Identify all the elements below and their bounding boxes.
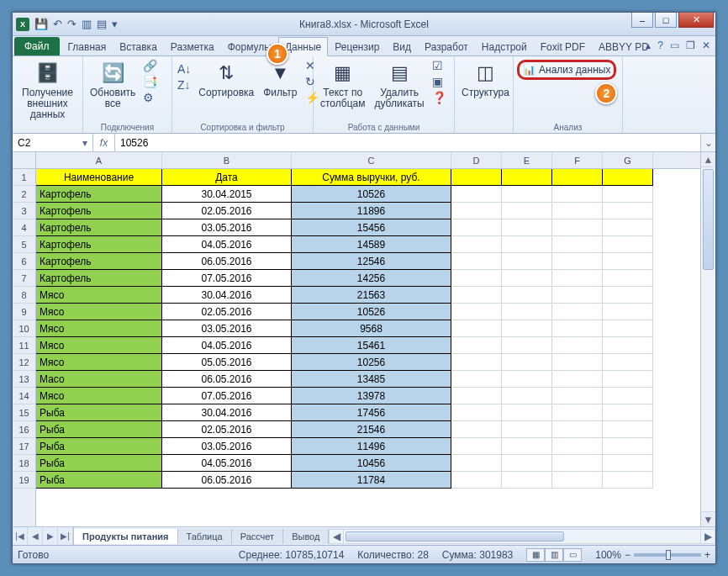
cell[interactable] xyxy=(451,304,502,320)
cell[interactable] xyxy=(552,219,603,236)
cell[interactable] xyxy=(603,455,653,472)
scroll-down-icon[interactable]: ▼ xyxy=(701,511,715,526)
row-header-3[interactable]: 3 xyxy=(13,203,35,219)
cell[interactable]: 06.05.2016 xyxy=(162,371,292,388)
cell[interactable] xyxy=(502,219,552,236)
col-header-E[interactable]: E xyxy=(502,152,552,168)
cell[interactable] xyxy=(451,404,502,421)
row-header-9[interactable]: 9 xyxy=(13,304,35,320)
ribbon-tab-0[interactable]: Главная xyxy=(61,37,113,55)
select-all[interactable] xyxy=(13,152,35,169)
cell[interactable]: Картофель xyxy=(36,236,162,253)
cell[interactable]: 05.05.2016 xyxy=(162,354,292,371)
row-header-14[interactable]: 14 xyxy=(13,388,35,404)
cell[interactable]: Рыба xyxy=(36,472,162,489)
cell[interactable] xyxy=(552,287,603,304)
cell[interactable]: 12546 xyxy=(292,253,451,270)
ribbon-collapse-icon[interactable]: ▴ xyxy=(646,40,651,51)
cell[interactable] xyxy=(603,404,653,421)
cell[interactable] xyxy=(603,354,653,371)
cell[interactable] xyxy=(451,472,502,489)
cell[interactable]: Рыба xyxy=(36,438,162,455)
cell[interactable]: 11784 xyxy=(292,472,451,489)
prev-sheet-icon[interactable]: ◀ xyxy=(28,527,43,546)
cell[interactable]: 04.05.2016 xyxy=(162,455,292,472)
help-icon[interactable]: ? xyxy=(657,40,663,51)
fx-button[interactable]: fx xyxy=(93,134,115,151)
cell[interactable] xyxy=(502,186,552,203)
cell[interactable]: Картофель xyxy=(36,186,162,203)
cell[interactable]: 07.05.2016 xyxy=(162,270,292,287)
cell[interactable]: 9568 xyxy=(292,320,451,337)
cell[interactable]: 03.05.2016 xyxy=(162,438,292,455)
header-cell[interactable]: Наименование xyxy=(36,169,162,186)
cell[interactable] xyxy=(552,388,603,404)
cell[interactable]: 21546 xyxy=(292,421,451,438)
cell[interactable]: 13485 xyxy=(292,371,451,388)
cell[interactable]: 03.05.2016 xyxy=(162,320,292,337)
cell[interactable]: 10526 xyxy=(292,186,451,203)
cell[interactable]: Мясо xyxy=(36,354,162,371)
cell[interactable]: 13978 xyxy=(292,388,451,404)
cell[interactable]: 11896 xyxy=(292,203,451,219)
cell[interactable]: Мясо xyxy=(36,337,162,354)
cell[interactable]: 17456 xyxy=(292,404,451,421)
cell[interactable] xyxy=(552,304,603,320)
row-header-10[interactable]: 10 xyxy=(13,320,35,337)
close-button[interactable]: ✕ xyxy=(678,13,714,28)
cell[interactable] xyxy=(451,253,502,270)
cell[interactable] xyxy=(603,472,653,489)
header-cell[interactable]: Сумма выручки, руб. xyxy=(292,169,451,186)
cell[interactable] xyxy=(552,438,603,455)
cell[interactable] xyxy=(502,388,552,404)
col-header-F[interactable]: F xyxy=(552,152,603,168)
cell[interactable] xyxy=(451,169,502,186)
col-header-B[interactable]: B xyxy=(162,152,292,168)
sheet-tab-3[interactable]: Вывод xyxy=(283,529,329,544)
cell[interactable] xyxy=(502,236,552,253)
cell[interactable]: 14256 xyxy=(292,270,451,287)
cell[interactable] xyxy=(502,203,552,219)
cell[interactable] xyxy=(552,337,603,354)
cell[interactable]: 04.05.2016 xyxy=(162,236,292,253)
view-layout-icon[interactable]: ▥ xyxy=(545,548,563,562)
file-tab[interactable]: Файл xyxy=(14,37,60,55)
structure-button[interactable]: ◫Структура xyxy=(458,58,513,100)
first-sheet-icon[interactable]: |◀ xyxy=(13,527,28,546)
cell[interactable] xyxy=(552,186,603,203)
cell[interactable]: Масо xyxy=(36,371,162,388)
qat-redo-icon[interactable]: ↷ xyxy=(67,18,76,30)
doc-min-icon[interactable]: ▭ xyxy=(670,40,679,51)
header-cell[interactable]: Дата xyxy=(162,169,292,186)
cell[interactable] xyxy=(502,371,552,388)
cell[interactable]: 04.05.2016 xyxy=(162,337,292,354)
view-break-icon[interactable]: ▭ xyxy=(563,548,582,562)
row-header-16[interactable]: 16 xyxy=(13,421,35,438)
cell[interactable] xyxy=(451,354,502,371)
cell[interactable]: Картофель xyxy=(36,253,162,270)
cell[interactable]: Мясо xyxy=(36,287,162,304)
ribbon-tab-1[interactable]: Вставка xyxy=(113,37,164,55)
scroll-up-icon[interactable]: ▲ xyxy=(701,152,715,167)
whatif-icon[interactable]: ❓ xyxy=(430,90,448,105)
cell[interactable]: Мясо xyxy=(36,320,162,337)
cell[interactable]: Рыба xyxy=(36,455,162,472)
cell[interactable]: 10526 xyxy=(292,304,451,320)
view-normal-icon[interactable]: ▦ xyxy=(526,548,545,562)
zoom-in-icon[interactable]: + xyxy=(704,549,710,561)
sort-za-icon[interactable]: Z↓ xyxy=(176,77,193,92)
cell[interactable] xyxy=(603,236,653,253)
data-analysis-button[interactable]: 📊 Анализ данных 2 xyxy=(517,60,616,80)
cell[interactable] xyxy=(552,320,603,337)
row-header-1[interactable]: 1 xyxy=(13,169,35,186)
text-to-columns-button[interactable]: ▦Текст по столбцам xyxy=(317,58,368,111)
cell[interactable]: 06.05.2016 xyxy=(162,253,292,270)
qat-extra2-icon[interactable]: ▤ xyxy=(97,18,107,30)
scroll-right-icon[interactable]: ▶ xyxy=(700,529,715,544)
cell[interactable] xyxy=(502,404,552,421)
fbar-expand-icon[interactable]: ⌄ xyxy=(700,134,715,151)
cell[interactable] xyxy=(603,270,653,287)
cell[interactable] xyxy=(603,421,653,438)
zoom-level[interactable]: 100% xyxy=(595,549,621,561)
row-header-4[interactable]: 4 xyxy=(13,219,35,236)
